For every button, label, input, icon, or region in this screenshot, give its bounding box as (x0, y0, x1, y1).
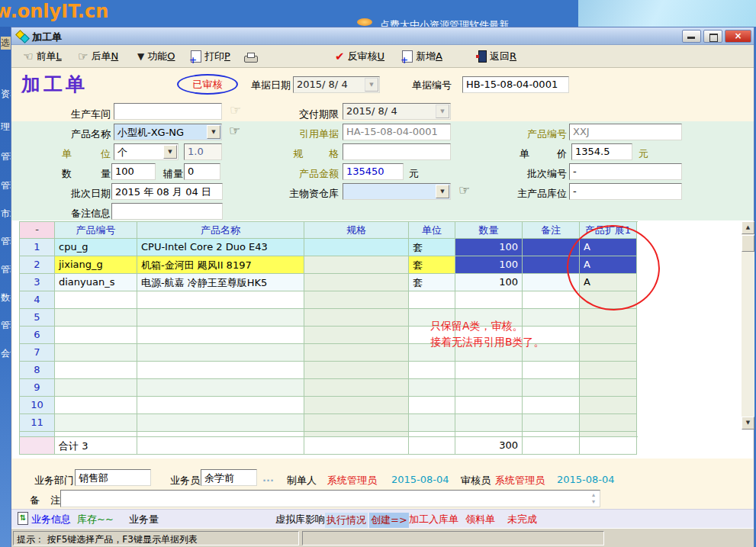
product-no-field[interactable]: XXJ (569, 124, 682, 140)
empty-cell[interactable] (455, 414, 523, 432)
empty-cell[interactable] (304, 309, 409, 327)
unit-factor-field[interactable]: 1.0 (184, 143, 222, 160)
dept-field[interactable]: 销售部 (75, 469, 151, 486)
empty-cell[interactable] (455, 379, 523, 397)
menu-fragment[interactable]: 管理 (1, 179, 11, 192)
empty-cell[interactable] (304, 327, 409, 344)
aux-qty-field[interactable]: 0 (184, 163, 220, 180)
spinner-icon[interactable]: ▴▾ (589, 491, 598, 506)
spec-cell[interactable] (304, 256, 409, 274)
empty-cell[interactable] (580, 327, 637, 344)
window-titlebar[interactable]: 加工单 × (11, 27, 754, 45)
material-bill-link[interactable]: 领料单 (465, 513, 495, 526)
empty-cell[interactable] (409, 291, 455, 309)
row-number-cell[interactable]: 10 (20, 397, 55, 414)
workshop-field[interactable] (114, 103, 222, 120)
remark-textarea[interactable]: ▴▾ (60, 490, 600, 507)
empty-cell[interactable] (137, 327, 304, 344)
chevron-down-icon[interactable]: ▼ (163, 145, 177, 159)
row-number-cell[interactable]: 3 (20, 274, 55, 291)
qty-cell[interactable]: 100 (455, 239, 523, 256)
bill-date-combo[interactable]: 2015/ 8/ 4 ▼ (293, 76, 380, 93)
new-button[interactable]: + 新增A (400, 48, 445, 65)
empty-cell[interactable] (455, 362, 523, 379)
name-cell[interactable]: 电源-航嘉 冷静王至尊版HK5 (137, 274, 304, 291)
empty-cell[interactable] (523, 397, 580, 414)
empty-cell[interactable] (409, 362, 455, 379)
menu-fragment[interactable]: 管理 (1, 235, 11, 248)
empty-cell[interactable] (55, 379, 137, 397)
batch-no-field[interactable]: - (569, 163, 682, 180)
print-button[interactable]: + 打印P (188, 48, 233, 65)
qty-field[interactable]: 100 (111, 163, 156, 180)
code-cell[interactable]: dianyuan_s (55, 274, 137, 291)
main-location-field[interactable]: - (569, 183, 682, 200)
picker-hand-icon[interactable]: ☞ (458, 184, 470, 197)
empty-cell[interactable] (137, 397, 304, 414)
unit-combo[interactable]: 个 ▼ (114, 143, 179, 160)
row-number-cell[interactable]: 4 (20, 291, 55, 309)
menu-fragment[interactable]: 资料 (1, 88, 11, 101)
empty-cell[interactable] (55, 397, 137, 414)
stock-link[interactable]: 库存~~ (77, 513, 114, 526)
empty-cell[interactable] (304, 362, 409, 379)
chevron-down-icon[interactable]: ▼ (436, 185, 449, 198)
deliver-date-combo[interactable]: 2015/ 8/ 4 ▼ (343, 103, 451, 120)
maximize-button[interactable] (703, 30, 722, 43)
chevron-down-icon[interactable]: ▼ (365, 78, 378, 92)
name-cell[interactable]: 机箱-金河田 飓风II 8197 (137, 256, 304, 274)
empty-cell[interactable] (409, 397, 455, 414)
empty-cell[interactable] (55, 344, 137, 362)
chevron-down-icon[interactable]: ▼ (207, 125, 220, 139)
row-number-cell[interactable]: 11 (20, 414, 55, 432)
batch-date-field[interactable]: 2015 年 08 月 04 日 (111, 183, 223, 200)
empty-cell[interactable] (304, 344, 409, 362)
empty-cell[interactable] (137, 362, 304, 379)
menu-fragment[interactable]: 管理 (1, 150, 11, 163)
vertical-scrollbar[interactable]: ▲ ▼ (742, 221, 754, 430)
code-cell[interactable]: cpu_g (55, 239, 137, 256)
row-number-cell[interactable]: 8 (20, 362, 55, 379)
unit-cell[interactable]: 套 (409, 256, 455, 274)
menu-fragment[interactable]: 理 (1, 121, 11, 134)
row-number-cell[interactable]: 2 (20, 256, 55, 274)
name-cell[interactable]: CPU-Intel Core 2 Duo E43 (137, 239, 304, 256)
menu-fragment[interactable]: 会计 (1, 347, 11, 360)
empty-cell[interactable] (580, 414, 637, 432)
product-name-combo[interactable]: 小型机-XG-NG ▼ (114, 124, 222, 140)
menu-fragment[interactable]: 管理 (1, 319, 11, 332)
row-number-cell[interactable]: 6 (20, 327, 55, 344)
empty-cell[interactable] (55, 327, 137, 344)
empty-cell[interactable] (523, 379, 580, 397)
in-bill-link[interactable]: 加工入库单 (409, 513, 458, 526)
empty-cell[interactable] (137, 414, 304, 432)
row-number-cell[interactable]: 1 (20, 239, 55, 256)
empty-cell[interactable] (580, 379, 637, 397)
spec-cell[interactable] (304, 274, 409, 291)
bill-no-field[interactable]: HB-15-08-04-0001 (462, 76, 569, 93)
salesman-field[interactable]: 余学前 (201, 469, 257, 486)
ref-bill-field[interactable]: HA-15-08-04-0001 (343, 124, 451, 140)
unit-cell[interactable]: 套 (409, 274, 455, 291)
qty-cell[interactable]: 100 (455, 256, 523, 274)
empty-cell[interactable] (580, 344, 637, 362)
menu-fragment[interactable]: 市场 (1, 208, 11, 220)
exec-status-link[interactable]: 执行情况 (325, 513, 368, 528)
next-bill-button[interactable]: ☞ 后单N (76, 48, 121, 65)
unapprove-button[interactable]: ✔ 反审核U (333, 48, 387, 65)
empty-cell[interactable] (137, 291, 304, 309)
qty-cell[interactable]: 100 (455, 274, 523, 291)
empty-cell[interactable] (304, 414, 409, 432)
empty-cell[interactable] (455, 397, 523, 414)
empty-cell[interactable] (137, 344, 304, 362)
empty-cell[interactable] (55, 362, 137, 379)
empty-cell[interactable] (523, 414, 580, 432)
empty-cell[interactable] (455, 291, 523, 309)
prev-bill-button[interactable]: ☜ 前单L (21, 48, 64, 65)
empty-cell[interactable] (137, 309, 304, 327)
empty-cell[interactable] (137, 379, 304, 397)
biz-info-link[interactable]: 业务信息 (31, 513, 71, 526)
minimize-button[interactable] (682, 30, 701, 43)
unit-cell[interactable]: 套 (409, 239, 455, 256)
empty-cell[interactable] (55, 291, 137, 309)
